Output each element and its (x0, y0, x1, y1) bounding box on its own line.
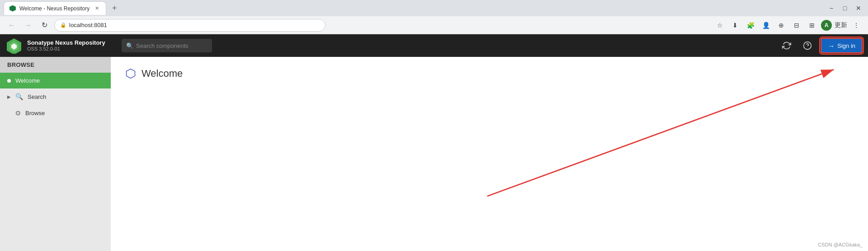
content-area: Welcome CSDN @ACGkaka_ (111, 57, 868, 251)
tab-close-button[interactable]: ✕ (93, 5, 100, 12)
forward-button[interactable]: → (22, 19, 34, 32)
top-nav: Sonatype Nexus Repository OSS 3.52.0-01 … (0, 34, 868, 57)
sidebar-item-welcome-label: Welcome (15, 77, 40, 84)
tab-bar: Welcome - Nexus Repository ✕ + − □ ✕ (0, 0, 868, 16)
refresh-nav-icon[interactable] (779, 38, 794, 53)
brand-logo[interactable] (5, 37, 23, 54)
tab-title: Welcome - Nexus Repository (19, 5, 90, 12)
address-bar: ← → ↻ 🔒 localhost:8081 ☆ ⬇ 🧩 👤 ⊕ ⊟ ⊞ A 更… (0, 16, 868, 34)
back-button[interactable]: ← (5, 19, 18, 32)
page-title-wrap: Welcome (125, 68, 854, 79)
sidebar-item-welcome[interactable]: Welcome (0, 73, 111, 88)
search-icon: 🔍 (126, 42, 133, 49)
split-view-icon[interactable]: ⊞ (806, 19, 818, 32)
active-tab[interactable]: Welcome - Nexus Repository ✕ (4, 1, 106, 15)
address-input[interactable]: 🔒 localhost:8081 (54, 19, 326, 32)
extensions-icon[interactable]: 🧩 (744, 19, 757, 32)
watermark: CSDN @ACGkaka_ (818, 242, 863, 247)
sidebar: Browse Welcome ▶ 🔍 Search ⊙ Browse (0, 57, 111, 251)
main-layout: Browse Welcome ▶ 🔍 Search ⊙ Browse (0, 57, 868, 251)
sign-in-label: Sign in (837, 42, 855, 49)
lock-icon: 🔒 (60, 22, 66, 28)
new-tab-button[interactable]: + (108, 2, 121, 14)
browse-sidebar-icon: ⊙ (15, 109, 21, 116)
active-dot-icon (7, 79, 11, 83)
search-sidebar-icon: 🔍 (15, 93, 23, 100)
sign-in-button[interactable]: → Sign in (821, 38, 863, 53)
minimize-button[interactable]: − (826, 2, 837, 14)
sidebar-item-search[interactable]: ▶ 🔍 Search (0, 88, 111, 105)
window-controls: − □ ✕ (826, 2, 864, 14)
sidebar-item-browse[interactable]: ⊙ Browse (0, 105, 111, 121)
tab-grid-icon[interactable]: ⊟ (790, 19, 803, 32)
refresh-button[interactable]: ↻ (38, 19, 51, 32)
annotation-arrow (111, 57, 868, 251)
maximize-button[interactable]: □ (839, 2, 851, 14)
svg-line-7 (487, 70, 834, 196)
page-title: Welcome (142, 68, 183, 79)
search-bar[interactable]: 🔍 (122, 39, 212, 52)
update-button[interactable]: 更新 (835, 19, 847, 32)
close-window-button[interactable]: ✕ (853, 2, 864, 14)
bookmark-star-icon[interactable]: ☆ (713, 19, 726, 32)
user-avatar[interactable]: A (821, 20, 832, 31)
sync-icon[interactable]: ⊕ (775, 19, 788, 32)
help-icon[interactable] (800, 38, 815, 53)
svg-marker-5 (127, 69, 135, 79)
download-icon[interactable]: ⬇ (729, 19, 741, 32)
expand-arrow-icon: ▶ (7, 94, 11, 99)
nexus-app: Sonatype Nexus Repository OSS 3.52.0-01 … (0, 34, 868, 251)
tab-favicon (9, 5, 16, 12)
search-input[interactable] (136, 42, 199, 49)
toolbar-icons: ☆ ⬇ 🧩 👤 ⊕ ⊟ ⊞ A 更新 ⋮ (713, 19, 863, 32)
sign-in-icon: → (828, 42, 835, 50)
sidebar-section-browse: Browse (0, 57, 111, 73)
welcome-hexagon-icon (125, 68, 136, 79)
profile-icon[interactable]: 👤 (760, 19, 772, 32)
brand-version: OSS 3.52.0-01 (27, 46, 105, 52)
menu-button[interactable]: ⋮ (850, 19, 863, 32)
brand-name: Sonatype Nexus Repository (27, 39, 105, 46)
sidebar-item-search-label: Search (28, 93, 46, 100)
sidebar-item-browse-label: Browse (25, 110, 45, 116)
url-text: localhost:8081 (69, 22, 107, 28)
